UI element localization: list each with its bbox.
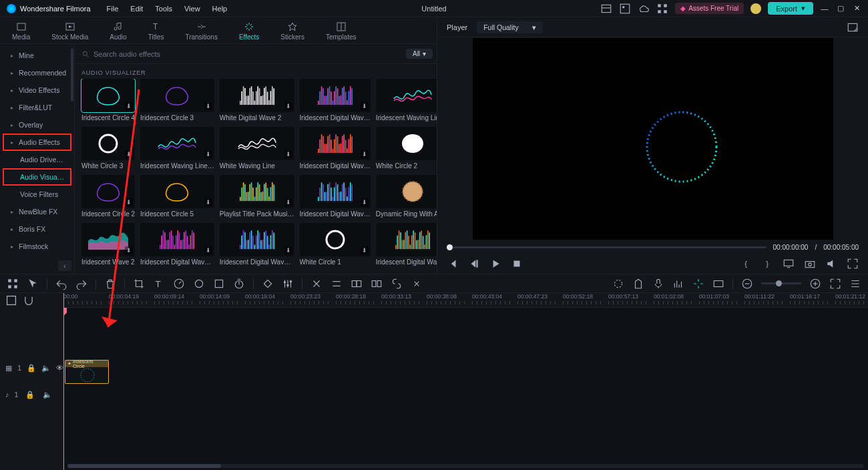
sidebar-item[interactable]: ▸Video Effects (0, 81, 74, 99)
effect-card[interactable]: ⬇Iridescent Digital Wav… (140, 223, 214, 266)
effect-thumb[interactable]: ⬇ (81, 175, 135, 208)
tl-ungroup-icon[interactable] (371, 278, 383, 290)
mark-out-icon[interactable]: } (761, 258, 773, 270)
effect-card[interactable]: ⬇Iridescent Digital Wav… (376, 223, 437, 266)
effect-thumb[interactable]: ⬇ (300, 79, 371, 112)
sidebar-item[interactable]: ▸Filter&LUT (0, 99, 74, 116)
tab-stickers[interactable]: Stickers (276, 20, 308, 43)
filter-all-select[interactable]: All▾ (406, 49, 433, 59)
effect-thumb[interactable]: ⬇ (140, 223, 214, 256)
zoom-out-icon[interactable] (741, 278, 753, 290)
snapshot-icon[interactable] (804, 258, 816, 270)
download-icon[interactable]: ⬇ (284, 150, 292, 158)
effect-card[interactable]: ⬇Iridescent Waving Line… (376, 79, 437, 122)
effect-thumb[interactable]: ⬇ (81, 127, 135, 160)
tab-audio[interactable]: Audio (105, 20, 131, 43)
tl-crop-icon[interactable] (133, 278, 145, 290)
volume-icon[interactable] (825, 258, 837, 270)
effect-thumb[interactable]: ⬇ (81, 223, 135, 256)
effect-card[interactable]: ⬇Iridescent Circle 3 (140, 79, 214, 122)
coin-icon[interactable] (750, 3, 761, 14)
tl-marker-icon[interactable] (632, 278, 644, 290)
timeline-h-thumb[interactable] (67, 464, 221, 468)
effect-card[interactable]: ⬇White Digital Wave 2 (220, 79, 294, 122)
sidebar-item[interactable]: ▸Recommended (0, 64, 74, 81)
sidebar-item[interactable]: ▸Mine (0, 47, 74, 64)
tl-group-icon[interactable] (351, 278, 363, 290)
effect-thumb[interactable]: ⬇ (220, 79, 294, 112)
fullscreen-icon[interactable] (847, 258, 859, 270)
effect-card[interactable]: ⬇Dynamic Ring With Ai … (376, 175, 437, 218)
effect-thumb[interactable]: ⬇ (140, 175, 214, 208)
tl-link-icon[interactable] (391, 278, 403, 290)
sidebar-item[interactable]: Voice Filters (0, 186, 74, 203)
tl-render-icon[interactable] (712, 278, 724, 290)
sidebar-item[interactable]: ▸Overlay (0, 116, 74, 134)
zoom-fit-icon[interactable] (829, 278, 841, 290)
stop-icon[interactable] (511, 258, 523, 270)
download-icon[interactable]: ⬇ (284, 246, 292, 254)
layout-icon[interactable] (600, 3, 612, 15)
tl-mic-icon[interactable] (652, 278, 664, 290)
zoom-knob[interactable] (776, 280, 782, 286)
audio-track-header[interactable]: ♪ 1 🔒 🔈 (0, 381, 63, 408)
download-icon[interactable]: ⬇ (361, 246, 369, 254)
quality-select[interactable]: Full Quality▾ (477, 21, 543, 33)
tl-keyframe-icon[interactable] (262, 278, 274, 290)
effect-thumb[interactable]: ⬇ (220, 175, 294, 208)
download-icon[interactable]: ⬇ (284, 198, 292, 206)
download-icon[interactable]: ⬇ (125, 102, 133, 110)
sidebar-item[interactable]: ▸Filmstock (0, 238, 74, 255)
tl-audiomix-icon[interactable] (672, 278, 684, 290)
tl-speed-icon[interactable] (173, 278, 185, 290)
download-icon[interactable]: ⬇ (361, 102, 369, 110)
effect-card[interactable]: ⬇Iridescent Circle 5 (140, 175, 214, 218)
track-eye-icon[interactable]: 👁 (56, 362, 63, 374)
tl-detach-icon[interactable] (331, 278, 343, 290)
sidebar-item[interactable]: ▸Audio Effects (3, 134, 71, 151)
tl-unlink-icon[interactable] (411, 278, 423, 290)
tab-effects[interactable]: Effects (235, 20, 263, 43)
tl-stopwatch-icon[interactable] (233, 278, 245, 290)
cloud-icon[interactable] (638, 3, 650, 15)
effect-card[interactable]: ⬇White Circle 2 (376, 127, 437, 170)
window-close[interactable]: ✕ (852, 4, 861, 13)
assets-trial-chip[interactable]: ◆Assets Free Trial (675, 3, 744, 14)
tl-cursor-icon[interactable] (27, 278, 39, 290)
effect-thumb[interactable]: ⬇ (300, 175, 371, 208)
snapshot-area-icon[interactable] (847, 21, 859, 33)
export-button[interactable]: Export▾ (768, 2, 813, 15)
menu-edit[interactable]: Edit (130, 5, 143, 13)
zoom-in-icon[interactable] (809, 278, 821, 290)
preview-viewport[interactable] (437, 37, 868, 240)
zoom-slider[interactable] (761, 282, 801, 284)
effect-card[interactable]: ⬇Iridescent Waving Line… (140, 127, 214, 170)
track-mute-icon[interactable]: 🔈 (41, 389, 53, 401)
display-icon[interactable] (783, 258, 795, 270)
prev-frame-icon[interactable] (447, 258, 459, 270)
effect-card[interactable]: ⬇White Circle 3 (81, 127, 135, 170)
tab-templates[interactable]: Templates (322, 20, 361, 43)
effect-card[interactable]: ⬇White Circle 1 (300, 223, 371, 266)
download-icon[interactable]: ⬇ (125, 198, 133, 206)
tl-redo-icon[interactable] (75, 278, 87, 290)
menu-help[interactable]: Help (212, 5, 228, 13)
sidebar-item[interactable]: ▸NewBlue FX (0, 203, 74, 220)
tl-chromakey-icon[interactable] (213, 278, 225, 290)
tab-stock-media[interactable]: Stock Media (47, 20, 92, 43)
download-icon[interactable]: ⬇ (361, 150, 369, 158)
effect-thumb[interactable]: ⬇ (300, 223, 371, 256)
tl-quality-icon[interactable] (612, 278, 624, 290)
media-library-icon[interactable] (619, 3, 631, 15)
sidebar-item[interactable]: Audio Visua… (3, 168, 71, 186)
download-icon[interactable]: ⬇ (204, 102, 212, 110)
play-icon[interactable] (489, 258, 501, 270)
menu-view[interactable]: View (184, 5, 200, 13)
tl-magnet-icon[interactable] (23, 294, 35, 306)
tl-undo-icon[interactable] (55, 278, 67, 290)
effect-card[interactable]: ⬇Iridescent Digital Wav… (300, 79, 371, 122)
tl-ai-icon[interactable] (692, 278, 704, 290)
track-lock-icon[interactable]: 🔒 (24, 389, 36, 401)
download-icon[interactable]: ⬇ (361, 198, 369, 206)
effect-card[interactable]: ⬇Playlist Title Pack Musi… (220, 175, 294, 218)
